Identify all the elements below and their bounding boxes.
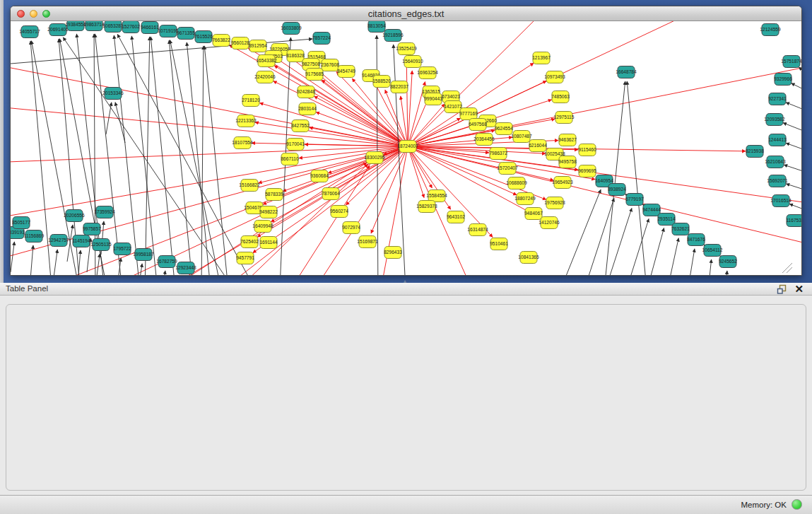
graph-edge[interactable] (106, 103, 112, 134)
graph-node[interactable]: 13525419 (396, 43, 417, 55)
network-canvas[interactable]: 1405571720691406193845541986371410653287… (11, 21, 801, 275)
graph-node[interactable]: 16543382 (256, 55, 277, 67)
graph-node[interactable]: 2718120 (242, 95, 260, 107)
graph-node[interactable]: 8471676 (687, 234, 705, 246)
graph-node[interactable]: 9115460 (578, 144, 596, 156)
graph-node[interactable]: 15829378 (416, 201, 437, 213)
graph-node[interactable]: 10973493 (544, 71, 565, 83)
graph-node[interactable]: 2803144 (298, 103, 317, 115)
graph-node[interactable]: 16648784 (616, 66, 637, 78)
close-panel-icon[interactable]: ✕ (794, 284, 804, 295)
graph-node[interactable]: 11156869 (24, 230, 45, 243)
graph-edge[interactable] (601, 208, 632, 275)
graph-node[interactable]: 8813054 (367, 21, 386, 33)
graph-edge[interactable] (408, 21, 703, 146)
graph-node[interactable]: 1167533 (786, 215, 801, 227)
graph-node[interactable]: 22420046 (254, 71, 276, 83)
graph-node[interactable]: 8505177 (12, 217, 30, 229)
graph-edge[interactable] (145, 37, 150, 275)
graph-edge[interactable] (408, 71, 412, 146)
graph-node[interactable]: 17359924 (94, 206, 115, 218)
graph-node[interactable]: 9495758 (558, 156, 577, 168)
graph-edge[interactable] (160, 271, 165, 275)
graph-node[interactable]: 8454749 (337, 66, 355, 78)
graph-node[interactable]: 16409948 (252, 221, 273, 233)
graph-node[interactable]: 18300295 (364, 152, 385, 164)
network-window-titlebar[interactable]: citations_edges.txt (11, 6, 801, 21)
graph-node[interactable]: 7625402 (240, 236, 259, 248)
graph-node[interactable]: 9560274 (330, 206, 348, 218)
graph-node[interactable]: 9990443 (424, 93, 442, 105)
graph-edge[interactable] (707, 259, 712, 275)
graph-node[interactable]: 15751874 (781, 56, 801, 68)
graph-node[interactable]: 9671355 (177, 28, 195, 40)
splitter-handle-icon[interactable]: ▲ (401, 279, 409, 283)
graph-node[interactable]: 19958187 (133, 249, 154, 261)
graph-node[interactable]: 7615526 (194, 31, 213, 43)
graph-edge[interactable] (273, 81, 408, 146)
graph-node[interactable]: 14055717 (19, 26, 40, 38)
graph-node[interactable]: 9457791 (236, 252, 254, 264)
graph-node[interactable]: 1691144 (259, 237, 278, 249)
graph-node[interactable]: 20153346 (102, 88, 124, 100)
graph-node[interactable]: 9463627 (558, 134, 577, 146)
graph-node[interactable]: 12124559 (760, 24, 781, 36)
graph-node[interactable]: 16314874 (467, 224, 488, 236)
graph-node[interactable]: 1795722 (113, 243, 131, 255)
graph-node[interactable]: 8186328 (286, 50, 305, 62)
graph-node[interactable]: 10654112 (702, 245, 723, 257)
graph-node[interactable]: 9699695 (578, 165, 596, 177)
graph-node[interactable]: 16963254 (417, 67, 438, 79)
graph-node[interactable]: 9777169 (459, 108, 478, 120)
graph-node[interactable]: 20364456 (473, 134, 495, 146)
graph-node[interactable]: 9227341 (768, 93, 787, 105)
graph-node[interactable]: 15584554 (426, 190, 447, 202)
graph-edge[interactable] (406, 58, 408, 146)
graph-edge[interactable] (724, 271, 727, 275)
graph-node[interactable]: 9466161 (141, 22, 159, 34)
graph-node[interactable]: 17016514 (770, 195, 792, 207)
graph-edge[interactable] (643, 228, 664, 275)
graph-edge[interactable] (131, 36, 159, 275)
graph-node[interactable]: 10688609 (506, 177, 527, 189)
graph-edge[interactable] (201, 46, 204, 275)
graph-node[interactable]: 9329966 (774, 74, 792, 86)
graph-edge[interactable] (170, 40, 223, 275)
graph-edge[interactable] (786, 103, 801, 120)
graph-node[interactable]: 19756928 (544, 197, 565, 209)
graph-edge[interactable] (394, 45, 406, 275)
graph-node[interactable]: 9474444 (642, 204, 661, 216)
graph-node[interactable]: 12093582 (764, 114, 785, 126)
graph-edge[interactable] (579, 198, 614, 275)
graph-node[interactable]: 10719195 (158, 25, 179, 37)
graph-node[interactable]: 19654923 (552, 177, 573, 189)
graph-node[interactable]: 6216044 (529, 140, 547, 152)
graph-node[interactable]: 5878339 (265, 189, 283, 201)
graph-node[interactable]: 16782759 (156, 256, 177, 268)
graph-node[interactable]: 9360684 (310, 170, 329, 182)
graph-edge[interactable] (786, 143, 801, 159)
graph-node[interactable]: 12213363 (235, 115, 257, 127)
graph-node[interactable]: 20206556 (64, 210, 85, 222)
graph-node[interactable]: 9643102 (447, 211, 465, 223)
graph-edge[interactable] (11, 146, 408, 163)
graph-node[interactable]: 8427552 (291, 120, 310, 132)
graph-node[interactable]: 9624554 (495, 123, 513, 135)
graph-edge[interactable] (408, 146, 801, 247)
graph-node[interactable]: 15692071 (767, 175, 788, 187)
graph-node[interactable]: 8215938 (746, 146, 764, 158)
graph-node[interactable]: 9242848 (297, 86, 315, 98)
graph-node[interactable]: 9072974 (342, 222, 360, 234)
graph-node[interactable]: 7986372 (489, 148, 507, 160)
graph-node[interactable]: 10807487 (511, 131, 532, 143)
graph-node[interactable]: 12942757 (48, 235, 69, 247)
graph-node[interactable]: 18807249 (514, 193, 536, 205)
graph-edge[interactable] (169, 40, 194, 275)
graph-node[interactable]: 12505135 (90, 239, 112, 251)
graph-node[interactable]: 8822037 (390, 81, 408, 93)
graph-node[interactable]: 7876064 (322, 188, 340, 200)
graph-node[interactable]: 6779197 (625, 194, 644, 206)
graph-node[interactable]: 18724007 (397, 141, 418, 153)
graph-node[interactable]: 9510461 (490, 238, 508, 250)
graph-node[interactable]: 16033809 (281, 23, 302, 35)
